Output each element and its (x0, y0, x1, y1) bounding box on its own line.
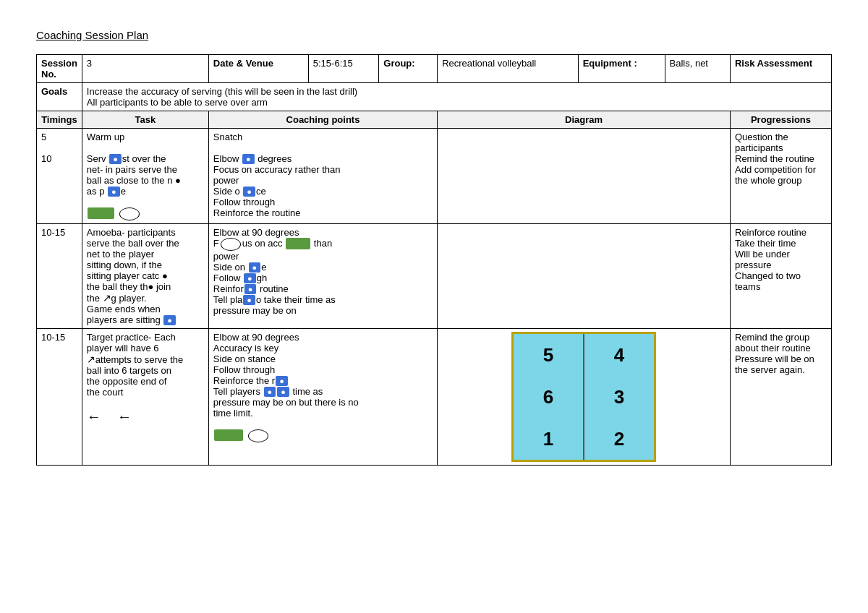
annotation-blob: ● (108, 187, 120, 197)
court-number-6: 6 (543, 387, 553, 406)
col-progressions: Progressions (731, 111, 832, 129)
arrow-icon: ↗ (87, 353, 95, 365)
equipment-value: Balls, net (665, 55, 730, 83)
annotation-blob: ● (163, 315, 176, 325)
col-timings: Timings (37, 111, 82, 129)
task-3: Target practice- Each player will have 6… (82, 329, 208, 466)
green-annotation (214, 429, 243, 441)
green-annotation (286, 238, 310, 249)
time-value: 5:15-6:15 (308, 55, 378, 83)
volleyball-court: 5 6 1 4 3 2 (511, 332, 656, 462)
arrow-left: ← ← (87, 408, 132, 424)
court-right: 4 3 2 (584, 334, 654, 460)
col-coaching: Coaching points (208, 111, 437, 129)
oval-annotation (248, 429, 268, 442)
timing-3: 10-15 (37, 329, 82, 466)
group-value: Recreational volleyball (438, 55, 579, 83)
annotation-blob: ● (249, 262, 261, 273)
date-venue-label: Date & Venue (208, 55, 308, 83)
risk-label: Risk Assessment (730, 55, 831, 83)
arrow-icon: ↗ (103, 292, 111, 304)
progressions-3: Remind the group about their routine Pre… (731, 329, 832, 466)
col-task: Task (82, 111, 208, 129)
court-left: 5 6 1 (514, 334, 584, 460)
annotation-blob: ● (243, 295, 255, 305)
timing-2: 10-15 (37, 224, 82, 329)
green-annotation (88, 207, 114, 219)
annotation-blob: ● (244, 273, 256, 283)
timing-1: 510 (37, 129, 82, 224)
coaching-1: Snatch Elbow ● degrees Focus on accuracy… (208, 129, 437, 224)
court-number-1: 1 (543, 429, 553, 448)
progressions-2: Reinforce routine Take their time Will b… (731, 224, 832, 329)
diagram-1 (438, 129, 731, 224)
annotation-blob: ● (244, 284, 257, 294)
annotation-blob: ● (242, 154, 255, 164)
coaching-2: Elbow at 90 degrees Fus on acc than powe… (208, 224, 437, 329)
session-no-value: 3 (82, 55, 208, 83)
oval-annotation (119, 207, 140, 220)
task-1: Warm up Serv ●st over the net- in pairs … (82, 129, 208, 224)
equipment-label: Equipment : (578, 55, 665, 83)
goals-label: Goals (37, 83, 82, 111)
diagram-2 (438, 224, 731, 329)
court-number-3: 3 (614, 387, 624, 406)
group-label: Group: (379, 55, 438, 83)
court-number-2: 2 (614, 429, 624, 448)
annotation-blob: ● (243, 187, 255, 197)
oval-annotation (221, 238, 241, 251)
court-number-4: 4 (614, 346, 624, 364)
annotation-blob: ● (264, 387, 276, 397)
goals-text: Increase the accuracy of serving (this w… (82, 83, 831, 111)
progressions-1: Question the participants Remind the rou… (731, 129, 832, 224)
court-number-5: 5 (543, 346, 553, 364)
annotation-blob: ● (277, 387, 289, 397)
annotation-blob: ● (109, 154, 122, 164)
annotation-blob: ● (276, 376, 288, 386)
coaching-3: Elbow at 90 degrees Accuracy is key Side… (208, 329, 437, 466)
task-2: Amoeba- participants serve the ball over… (82, 224, 208, 329)
diagram-3: 5 6 1 4 3 2 (438, 329, 731, 466)
page-title: Coaching Session Plan (36, 29, 832, 41)
session-no-label: Session No. (37, 55, 82, 83)
col-diagram: Diagram (438, 111, 731, 129)
